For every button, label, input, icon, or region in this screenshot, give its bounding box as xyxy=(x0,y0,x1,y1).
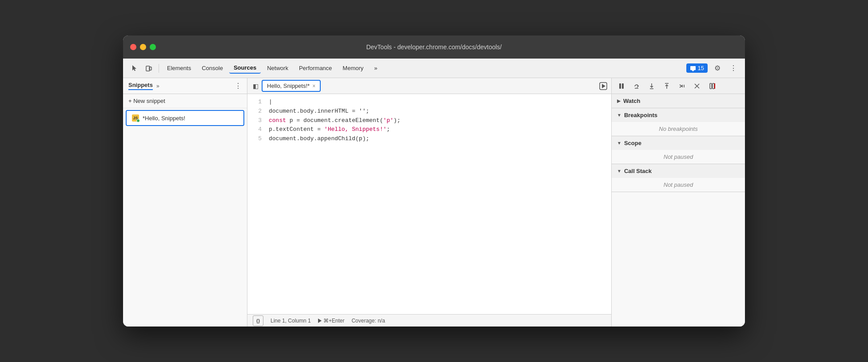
tab-memory[interactable]: Memory xyxy=(338,63,368,73)
svg-rect-17 xyxy=(713,83,714,89)
right-panel: ▶ Watch ▼ Breakpoints No breakpoints ▼ S… xyxy=(612,78,745,327)
run-snippet-button[interactable] xyxy=(597,80,609,92)
pause-button[interactable] xyxy=(615,80,628,92)
debug-toolbar xyxy=(612,78,745,94)
maximize-button[interactable] xyxy=(150,44,156,50)
snippet-item-name: *Hello, Snippets! xyxy=(143,115,185,122)
code-line-5: 5 document.body.appendChild(p); xyxy=(247,134,611,144)
editor-statusbar: {} Line 1, Column 1 ⌘+Enter Coverage: n/… xyxy=(247,314,611,327)
editor-tab-close-icon[interactable]: × xyxy=(312,83,315,89)
svg-rect-16 xyxy=(710,83,712,89)
call-stack-section: ▼ Call Stack Not paused xyxy=(612,164,745,192)
code-editor[interactable]: 1 2 document.body.innerHTML = ''; 3 cons… xyxy=(247,94,611,314)
svg-marker-4 xyxy=(602,84,605,88)
format-button[interactable]: {} xyxy=(253,315,263,326)
notifications-button[interactable]: 15 xyxy=(686,63,708,73)
snippet-item[interactable]: JS *Hello, Snippets! xyxy=(126,110,244,126)
breakpoints-section-header[interactable]: ▼ Breakpoints xyxy=(612,108,745,122)
breakpoints-section-title: Breakpoints xyxy=(624,112,657,118)
sidebar-title: Snippets xyxy=(128,82,153,90)
settings-icon[interactable]: ⚙ xyxy=(711,62,724,75)
tab-console[interactable]: Console xyxy=(197,63,227,73)
snippet-js-icon: JS xyxy=(132,114,139,122)
code-line-3: 3 const p = document.createElement('p'); xyxy=(247,116,611,126)
toolbar-separator xyxy=(159,64,159,73)
code-line-4: 4 p.textContent = 'Hello, Snippets!'; xyxy=(247,125,611,134)
main-toolbar: Elements Console Sources Network Perform… xyxy=(123,59,745,78)
step-out-button[interactable] xyxy=(661,80,673,92)
snippet-active-dot xyxy=(136,119,140,122)
watch-section: ▶ Watch xyxy=(612,94,745,108)
coverage-label: Coverage: n/a xyxy=(351,318,385,324)
device-toggle-icon[interactable] xyxy=(143,62,155,75)
run-triangle-icon xyxy=(318,319,322,323)
scope-not-paused: Not paused xyxy=(612,150,745,164)
cursor-position: Line 1, Column 1 xyxy=(271,318,311,324)
editor-tab-hello-snippets[interactable]: Hello, Snippets!* × xyxy=(262,80,321,92)
code-line-1: 1 xyxy=(247,98,611,107)
notifications-count: 15 xyxy=(698,65,704,71)
call-stack-section-header[interactable]: ▼ Call Stack xyxy=(612,164,745,178)
sidebar-menu-icon[interactable]: ⋮ xyxy=(235,82,242,90)
sidebar-more-icon[interactable]: » xyxy=(156,83,159,89)
scope-section-title: Scope xyxy=(624,140,641,146)
svg-rect-5 xyxy=(619,83,621,89)
step-button[interactable] xyxy=(676,80,688,92)
deactivate-breakpoints-button[interactable] xyxy=(691,80,703,92)
editor-tab-name: Hello, Snippets!* xyxy=(267,83,310,89)
watch-chevron-icon: ▶ xyxy=(617,98,621,103)
toolbar-right: 15 ⚙ ⋮ xyxy=(686,62,740,75)
scope-section: ▼ Scope Not paused xyxy=(612,136,745,164)
call-stack-not-paused: Not paused xyxy=(612,178,745,192)
scope-section-header[interactable]: ▼ Scope xyxy=(612,136,745,150)
more-options-icon[interactable]: ⋮ xyxy=(727,62,740,75)
breakpoints-empty-message: No breakpoints xyxy=(612,122,745,136)
svg-rect-6 xyxy=(622,83,624,89)
editor-area: ◧ Hello, Snippets!* × 1 xyxy=(247,78,612,327)
editor-panel-toggle[interactable]: ◧ xyxy=(249,80,262,92)
tab-sources[interactable]: Sources xyxy=(229,63,261,74)
breakpoints-section: ▼ Breakpoints No breakpoints xyxy=(612,108,745,136)
sidebar-header: Snippets » ⋮ xyxy=(123,78,247,94)
call-stack-section-title: Call Stack xyxy=(624,168,652,174)
scope-chevron-icon: ▼ xyxy=(617,141,621,146)
run-shortcut-label: ⌘+Enter xyxy=(323,318,345,324)
breakpoints-chevron-icon: ▼ xyxy=(617,113,621,118)
run-with-shortcut[interactable]: ⌘+Enter xyxy=(318,318,345,324)
tab-elements[interactable]: Elements xyxy=(163,63,195,73)
new-snippet-label: + New snippet xyxy=(128,98,165,104)
main-content: Snippets » ⋮ + New snippet JS *Hello, Sn… xyxy=(123,78,745,327)
sidebar: Snippets » ⋮ + New snippet JS *Hello, Sn… xyxy=(123,78,247,327)
watch-section-header[interactable]: ▶ Watch xyxy=(612,94,745,108)
traffic-lights xyxy=(130,44,156,50)
pause-on-exceptions-button[interactable] xyxy=(706,80,718,92)
step-into-button[interactable] xyxy=(645,80,658,92)
devtools-window: DevTools - developer.chrome.com/docs/dev… xyxy=(123,35,745,327)
close-button[interactable] xyxy=(130,44,136,50)
tab-performance[interactable]: Performance xyxy=(295,63,336,73)
new-snippet-button[interactable]: + New snippet xyxy=(123,94,247,108)
step-over-button[interactable] xyxy=(630,80,643,92)
cursor-icon[interactable] xyxy=(128,62,141,75)
svg-rect-1 xyxy=(149,67,151,70)
watch-section-title: Watch xyxy=(623,98,641,104)
minimize-button[interactable] xyxy=(140,44,146,50)
code-line-2: 2 document.body.innerHTML = ''; xyxy=(247,107,611,116)
svg-rect-2 xyxy=(690,66,696,70)
call-stack-chevron-icon: ▼ xyxy=(617,169,621,173)
tab-network[interactable]: Network xyxy=(263,63,293,73)
titlebar: DevTools - developer.chrome.com/docs/dev… xyxy=(123,35,745,59)
editor-tabs: ◧ Hello, Snippets!* × xyxy=(247,78,611,94)
window-title: DevTools - developer.chrome.com/docs/dev… xyxy=(366,43,502,51)
tab-more[interactable]: » xyxy=(370,63,382,73)
